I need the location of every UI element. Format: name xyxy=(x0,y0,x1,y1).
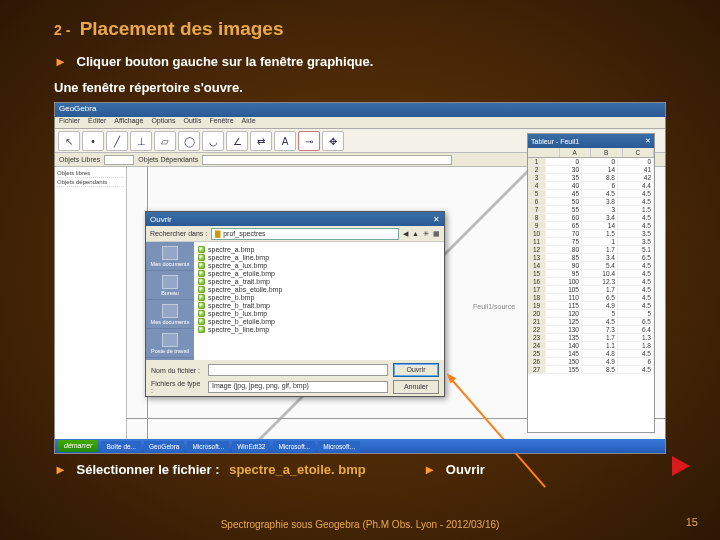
table-row[interactable]: 181106.54.5 xyxy=(528,294,654,302)
taskbar[interactable]: démarrer Boîte de... GeoGebra Microsoft.… xyxy=(55,439,665,453)
computer-icon xyxy=(162,333,178,347)
tool-move-view-icon[interactable]: ✥ xyxy=(322,131,344,151)
desktop-icon xyxy=(162,275,178,289)
table-row[interactable]: 159510.44.5 xyxy=(528,270,654,278)
input-a[interactable] xyxy=(104,155,134,165)
slide-title: 2 - Placement des images xyxy=(54,18,283,40)
bullet-2: Une fenêtre répertoire s'ouvre. xyxy=(54,80,243,95)
file-item[interactable]: spectre_b_line.bmp xyxy=(198,325,440,333)
file-icon xyxy=(198,294,205,301)
open-button[interactable]: Ouvrir xyxy=(393,363,439,377)
file-item[interactable]: spectre_b_etoile.bmp xyxy=(198,317,440,325)
tool-point-icon[interactable]: • xyxy=(82,131,104,151)
table-row[interactable]: 1000 xyxy=(528,158,654,166)
menu-bar[interactable]: FichierÉditerAffichageOptionsOutilsFenêt… xyxy=(55,117,665,129)
table-row[interactable]: 75531.5 xyxy=(528,206,654,214)
tool-move-icon[interactable]: ↖ xyxy=(58,131,80,151)
table-row[interactable]: 3358.842 xyxy=(528,174,654,182)
table-row[interactable]: 44064.4 xyxy=(528,182,654,190)
tool-perp-icon[interactable]: ⊥ xyxy=(130,131,152,151)
file-item[interactable]: spectre_a_etoile.bmp xyxy=(198,269,440,277)
table-row[interactable]: 965144.5 xyxy=(528,222,654,230)
table-row[interactable]: 1610012.34.5 xyxy=(528,278,654,286)
table-row[interactable]: 14905.44.5 xyxy=(528,262,654,270)
task-item[interactable]: Microsoft... xyxy=(187,441,229,452)
filename-label: Nom du fichier : xyxy=(151,367,203,374)
spreadsheet-window[interactable]: Tableur - Feuil1✕ ABC 100023014413358.84… xyxy=(527,133,655,433)
task-item[interactable]: GeoGebra xyxy=(144,441,184,452)
table-row[interactable]: 117513.5 xyxy=(528,238,654,246)
tool-arc-icon[interactable]: ◡ xyxy=(202,131,224,151)
file-item[interactable]: spectre_a.bmp xyxy=(198,245,440,253)
close-icon[interactable]: ✕ xyxy=(645,137,651,145)
file-item[interactable]: spectre_b_trait.bmp xyxy=(198,301,440,309)
arrow-icon: ► xyxy=(423,462,436,477)
file-item[interactable]: spectre_a_line.bmp xyxy=(198,253,440,261)
filename-input[interactable] xyxy=(208,364,388,376)
up-icon[interactable]: ▲ xyxy=(412,230,419,237)
tool-angle-icon[interactable]: ∠ xyxy=(226,131,248,151)
title-number: 2 - xyxy=(54,22,70,38)
cancel-button[interactable]: Annuler xyxy=(393,380,439,394)
filename-highlight: spectre_a_etoile. bmp xyxy=(229,462,366,477)
table-row[interactable]: 261504.96 xyxy=(528,358,654,366)
tool-text-icon[interactable]: A xyxy=(274,131,296,151)
start-button[interactable]: démarrer xyxy=(58,440,98,452)
table-row[interactable]: 211254.56.5 xyxy=(528,318,654,326)
table-row[interactable]: 2012055 xyxy=(528,310,654,318)
file-icon xyxy=(198,278,205,285)
table-row[interactable]: 221307.36.4 xyxy=(528,326,654,334)
location-combo[interactable]: ▇ prof_spectres xyxy=(211,228,399,240)
task-item[interactable]: Boîte de... xyxy=(101,441,141,452)
file-icon xyxy=(198,326,205,333)
file-open-dialog: Ouvrir ✕ Rechercher dans : ▇ prof_spectr… xyxy=(145,211,445,397)
newfolder-icon[interactable]: ✳ xyxy=(423,230,429,238)
table-row[interactable]: 191154.94.5 xyxy=(528,302,654,310)
filetype-select[interactable]: Image (jpg, jpeg, png, gif, bmp) xyxy=(208,381,388,393)
file-icon xyxy=(198,254,205,261)
close-icon[interactable]: ✕ xyxy=(433,215,440,224)
file-icon xyxy=(198,310,205,317)
file-item[interactable]: spectre_b_lux.bmp xyxy=(198,309,440,317)
tool-circle-icon[interactable]: ◯ xyxy=(178,131,200,151)
table-row[interactable]: 5454.54.5 xyxy=(528,190,654,198)
arrow-icon: ► xyxy=(54,54,67,69)
table-row[interactable]: 12801.75.1 xyxy=(528,246,654,254)
table-row[interactable]: 231351.71.3 xyxy=(528,334,654,342)
tool-slider-icon[interactable]: ⊸ xyxy=(298,131,320,151)
file-icon xyxy=(198,262,205,269)
table-row[interactable]: 241401.11.8 xyxy=(528,342,654,350)
title-text: Placement des images xyxy=(80,18,284,39)
tool-reflect-icon[interactable]: ⇄ xyxy=(250,131,272,151)
table-row[interactable]: 6503.84.5 xyxy=(528,198,654,206)
tool-line-icon[interactable]: ╱ xyxy=(106,131,128,151)
window-titlebar: GeoGebra xyxy=(55,103,665,117)
table-row[interactable]: 10701.53.5 xyxy=(528,230,654,238)
table-row[interactable]: 171051.74.5 xyxy=(528,286,654,294)
places-bar[interactable]: Mes documents Bureau Mes documents Poste… xyxy=(146,242,194,360)
task-item[interactable]: WinEdt32 xyxy=(232,441,270,452)
task-item[interactable]: Microsoft... xyxy=(273,441,315,452)
task-item[interactable]: Microsoft... xyxy=(318,441,360,452)
back-icon[interactable]: ◀ xyxy=(403,230,408,238)
file-item[interactable]: spectre_a_lux.bmp xyxy=(198,261,440,269)
table-row[interactable]: 251454.84.5 xyxy=(528,350,654,358)
tool-polygon-icon[interactable]: ▱ xyxy=(154,131,176,151)
table-row[interactable]: 2301441 xyxy=(528,166,654,174)
file-item[interactable]: spectre_b.bmp xyxy=(198,293,440,301)
file-item[interactable]: spectre_a_trait.bmp xyxy=(198,277,440,285)
table-row[interactable]: 271558.54.5 xyxy=(528,366,654,374)
sheet-titlebar: Tableur - Feuil1✕ xyxy=(528,134,654,148)
object-list[interactable]: Objets libres Objets dépendants xyxy=(55,167,127,439)
views-icon[interactable]: ▦ xyxy=(433,230,440,238)
input-b[interactable] xyxy=(202,155,452,165)
app-screenshot: GeoGebra FichierÉditerAffichageOptionsOu… xyxy=(54,102,666,454)
filetype-label: Fichiers de type : xyxy=(151,380,203,394)
file-icon xyxy=(198,286,205,293)
file-icon xyxy=(198,302,205,309)
file-item[interactable]: spectre_abs_etoile.bmp xyxy=(198,285,440,293)
bullet-1: ► Cliquer bouton gauche sur la fenêtre g… xyxy=(54,54,373,69)
file-list[interactable]: spectre_a.bmpspectre_a_line.bmpspectre_a… xyxy=(194,242,444,360)
table-row[interactable]: 8603.44.5 xyxy=(528,214,654,222)
table-row[interactable]: 13853.46.5 xyxy=(528,254,654,262)
